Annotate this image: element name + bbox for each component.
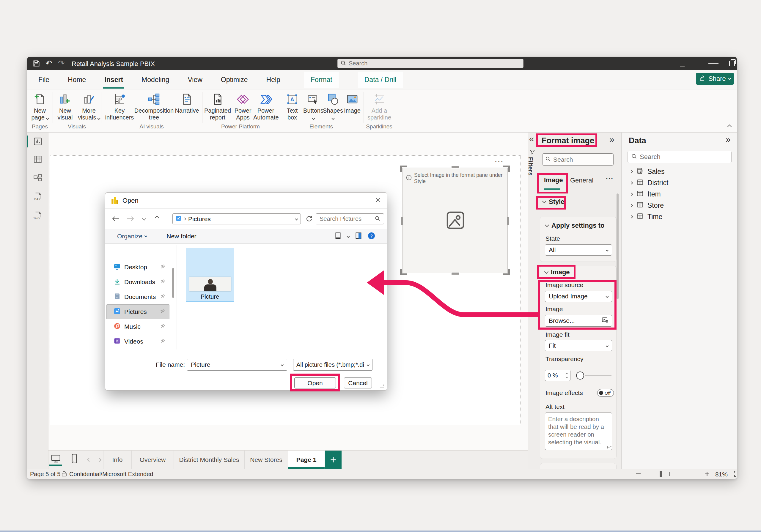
format-search-input[interactable] bbox=[553, 156, 607, 163]
text-box-button[interactable]: A Text box bbox=[283, 91, 301, 121]
resize-handle-left[interactable] bbox=[400, 217, 403, 225]
apply-settings-header[interactable]: Apply settings to bbox=[546, 222, 604, 229]
refresh-icon[interactable] bbox=[306, 215, 313, 223]
decomposition-tree-button[interactable]: Decomposition tree bbox=[134, 91, 174, 121]
new-page-button[interactable]: New page bbox=[28, 91, 52, 121]
sidebar-item-desktop[interactable]: Desktop bbox=[106, 260, 169, 275]
image-visual-placeholder[interactable]: Select Image in the format pane under St… bbox=[402, 168, 508, 273]
pin-icon[interactable] bbox=[160, 323, 165, 330]
zoom-slider-track[interactable] bbox=[644, 474, 700, 474]
share-button[interactable]: Share bbox=[696, 73, 734, 85]
resize-handle-top[interactable] bbox=[451, 166, 460, 168]
pin-icon[interactable] bbox=[160, 293, 165, 301]
sidebar-item-downloads[interactable]: Downloads bbox=[106, 275, 169, 289]
page-tab-info[interactable]: Info bbox=[103, 450, 132, 469]
menu-help[interactable]: Help bbox=[264, 76, 282, 84]
new-folder-button[interactable]: New folder bbox=[166, 233, 196, 240]
global-search-input[interactable] bbox=[349, 60, 509, 67]
new-page-tab-button[interactable] bbox=[325, 450, 342, 469]
forward-icon[interactable] bbox=[127, 215, 134, 223]
help-icon[interactable]: ? bbox=[368, 232, 375, 241]
pin-icon[interactable] bbox=[160, 338, 165, 345]
sidebar-scrollbar[interactable] bbox=[172, 268, 174, 298]
expand-icon[interactable] bbox=[630, 181, 633, 184]
fit-to-page-icon[interactable] bbox=[734, 470, 737, 479]
file-name-input[interactable] bbox=[191, 361, 268, 368]
menu-insert-active[interactable]: Insert bbox=[102, 76, 125, 84]
preview-pane-icon[interactable] bbox=[355, 232, 362, 241]
desktop-layout-icon[interactable] bbox=[51, 454, 61, 464]
expand-icon[interactable] bbox=[630, 193, 633, 196]
collapse-pane-icon[interactable]: » bbox=[610, 134, 615, 145]
state-dropdown[interactable]: All bbox=[545, 244, 612, 256]
maximize-button[interactable] bbox=[729, 61, 735, 66]
model-view-icon[interactable] bbox=[27, 170, 48, 187]
dax-query-view-icon[interactable]: DAX bbox=[27, 188, 48, 205]
sidebar-item-documents[interactable]: Documents bbox=[106, 289, 169, 304]
back-icon[interactable] bbox=[112, 215, 120, 223]
zoom-in-icon[interactable] bbox=[704, 471, 710, 478]
image-button[interactable]: Image bbox=[343, 91, 362, 114]
transparency-spinner[interactable]: 0 % bbox=[545, 370, 570, 381]
table-view-icon[interactable] bbox=[27, 151, 48, 168]
dialog-close-icon[interactable] bbox=[375, 197, 381, 205]
resize-handle-right[interactable] bbox=[507, 217, 509, 225]
data-table-row[interactable]: Item bbox=[621, 188, 737, 200]
global-search-box[interactable] bbox=[337, 59, 523, 68]
paginated-report-button[interactable]: Paginated report bbox=[204, 91, 231, 121]
menu-file[interactable]: File bbox=[36, 76, 51, 84]
minimize-button[interactable] bbox=[708, 63, 719, 64]
menu-view[interactable]: View bbox=[186, 76, 204, 84]
menu-home[interactable]: Home bbox=[66, 76, 88, 84]
data-search-input[interactable] bbox=[640, 153, 720, 161]
browse-field[interactable]: Browse... bbox=[545, 315, 612, 326]
zoom-slider-handle[interactable] bbox=[660, 471, 662, 477]
data-search-box[interactable] bbox=[627, 151, 732, 163]
filter-funnel-icon[interactable] bbox=[530, 149, 535, 156]
collapse-ribbon-icon[interactable] bbox=[728, 125, 732, 129]
cancel-button[interactable]: Cancel bbox=[344, 378, 372, 388]
dialog-file-area[interactable]: Picture bbox=[177, 244, 387, 351]
visual-more-options[interactable]: ... bbox=[495, 159, 507, 163]
organize-menu[interactable]: Organize bbox=[117, 233, 147, 240]
menu-format-contextual[interactable]: Format bbox=[304, 72, 339, 88]
up-icon[interactable] bbox=[153, 215, 160, 223]
pane-more-options[interactable]: ... bbox=[606, 172, 614, 181]
undo-icon[interactable]: ↶ bbox=[45, 59, 52, 68]
power-automate-button[interactable]: Power Automate bbox=[253, 91, 278, 121]
address-bar[interactable]: Pictures bbox=[172, 213, 301, 224]
browse-image-icon[interactable] bbox=[602, 317, 608, 324]
dialog-search-input[interactable] bbox=[320, 215, 370, 222]
shapes-button[interactable]: Shapes bbox=[323, 91, 343, 121]
page-tab-overview[interactable]: Overview bbox=[132, 450, 174, 469]
page-tab-page1-active[interactable]: Page 1 bbox=[288, 450, 325, 469]
page-tab-district-monthly-sales[interactable]: District Monthly Sales bbox=[174, 450, 245, 469]
data-table-row[interactable]: Store bbox=[621, 200, 737, 211]
more-visuals-button[interactable]: More visuals bbox=[77, 91, 101, 121]
file-item-picture[interactable]: Picture bbox=[186, 248, 234, 302]
recent-locations-icon[interactable] bbox=[142, 216, 146, 220]
view-mode-icon[interactable] bbox=[334, 232, 342, 241]
save-icon[interactable] bbox=[32, 59, 40, 69]
format-search-box[interactable] bbox=[542, 153, 614, 165]
data-table-row[interactable]: Time bbox=[621, 211, 737, 222]
key-influencers-button[interactable]: Key influencers bbox=[104, 91, 135, 121]
style-section-header[interactable]: Style bbox=[543, 198, 564, 206]
zoom-out-icon[interactable] bbox=[636, 473, 641, 474]
image-effects-toggle[interactable]: Off bbox=[597, 389, 614, 397]
menu-data-drill-contextual[interactable]: Data / Drill bbox=[358, 72, 403, 88]
transparency-slider-track[interactable] bbox=[585, 375, 612, 376]
sidebar-item-videos[interactable]: Videos bbox=[106, 334, 169, 349]
power-apps-button[interactable]: Power Apps bbox=[233, 91, 253, 121]
format-pane-scrollbar[interactable] bbox=[616, 194, 618, 299]
buttons-button[interactable]: Buttons bbox=[302, 91, 324, 121]
sidebar-item-pictures-selected[interactable]: Pictures bbox=[106, 304, 169, 319]
dialog-search-box[interactable] bbox=[316, 213, 384, 224]
filters-pane-tab[interactable]: Filters bbox=[527, 157, 534, 176]
pin-icon[interactable] bbox=[160, 308, 165, 315]
transparency-slider-handle[interactable] bbox=[576, 372, 584, 380]
narrative-button[interactable]: Narrative bbox=[174, 91, 200, 114]
tmdl-view-icon[interactable]: TMDL bbox=[27, 207, 48, 224]
image-fit-dropdown[interactable]: Fit bbox=[545, 340, 612, 351]
pin-icon[interactable] bbox=[160, 264, 165, 271]
